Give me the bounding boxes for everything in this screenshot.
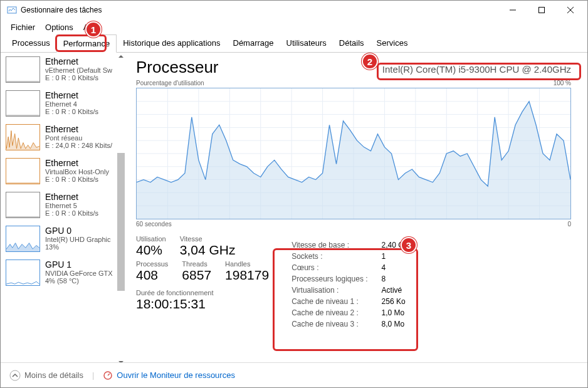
sidebar-item-sub1: NVIDIA GeForce GTX — [45, 270, 113, 277]
sidebar-item-name: GPU 1 — [45, 260, 113, 270]
close-button[interactable] — [556, 1, 585, 19]
cpu-name: Intel(R) Core(TM) i5-9300H CPU @ 2.40GHz — [382, 64, 571, 75]
thumbnail-chart — [6, 260, 40, 286]
thumbnail-chart — [6, 90, 40, 117]
stat-threads-label: Threads — [182, 260, 211, 268]
tab-bar: Processus Performance Historique des app… — [1, 34, 587, 53]
separator: | — [92, 370, 94, 380]
detail-virt-label: Virtualisation : — [291, 285, 380, 295]
detail-virt-value: Activé — [382, 285, 414, 295]
stat-speed-label: Vitesse — [180, 235, 236, 243]
tab-users[interactable]: Utilisateurs — [280, 34, 333, 52]
sidebar-item[interactable]: EthernetVirtualBox Host-OnlyE : 0 R : 0 … — [2, 154, 126, 188]
stat-uptime-value: 18:00:15:31 — [136, 296, 269, 312]
sidebar-item-sub2: 4% (58 °C) — [45, 277, 113, 285]
menu-file[interactable]: Fichier — [7, 21, 39, 33]
sidebar-item-sub2: E : 0 R : 0 Kbits/s — [45, 74, 112, 81]
minimize-button[interactable] — [498, 1, 527, 19]
sidebar-item[interactable]: EthernetPont réseauE : 24,0 R : 248 Kbit… — [2, 120, 126, 154]
sidebar-item-name: Ethernet — [45, 56, 112, 66]
sidebar-item-name: Ethernet — [45, 192, 98, 202]
sidebar-item-sub1: Ethernet 5 — [45, 202, 98, 209]
fewer-details-label: Moins de détails — [24, 370, 83, 380]
stat-handles-label: Handles — [225, 260, 269, 268]
chart-label-bl: 60 secondes — [136, 221, 172, 228]
tab-services[interactable]: Services — [370, 34, 414, 52]
tab-details[interactable]: Détails — [333, 34, 370, 52]
sidebar-item-sub1: Intel(R) UHD Graphic — [45, 236, 111, 243]
sidebar-item-sub1: vEthernet (Default Sw — [45, 66, 112, 74]
sidebar-item[interactable]: EthernetvEthernet (Default SwE : 0 R : 0… — [2, 53, 126, 87]
sidebar-item[interactable]: EthernetEthernet 5E : 0 R : 0 Kbits/s — [2, 188, 126, 222]
window-title: Gestionnaire des tâches — [21, 6, 498, 14]
stat-util-label: Utilisation — [136, 235, 166, 243]
app-icon — [7, 5, 17, 15]
stat-proc-label: Processus — [136, 260, 168, 268]
tab-processes[interactable]: Processus — [6, 34, 56, 52]
sidebar-item-sub1: Pont réseau — [45, 134, 112, 142]
sidebar-item-sub2: E : 0 R : 0 Kbits/s — [45, 108, 98, 115]
stat-proc-value: 408 — [136, 268, 168, 283]
tab-app-history[interactable]: Historique des applications — [117, 34, 226, 52]
annotation-1: 1 — [85, 21, 102, 38]
stat-speed-value: 3,04 GHz — [180, 243, 236, 258]
detail-l3-label: Cache de niveau 3 : — [291, 319, 380, 329]
sidebar-item-sub1: Ethernet 4 — [45, 100, 98, 108]
chart-label-br: 0 — [567, 221, 571, 228]
sidebar-item-sub2: 13% — [45, 243, 111, 251]
sidebar-item-name: Ethernet — [45, 124, 112, 134]
page-title: Processeur — [136, 58, 219, 77]
detail-l1-label: Cache de niveau 1 : — [291, 296, 380, 307]
thumbnail-chart — [6, 158, 40, 184]
monitor-icon — [103, 370, 113, 380]
detail-l1-value: 256 Ko — [382, 296, 414, 307]
sidebar-item-name: Ethernet — [45, 90, 98, 100]
svg-rect-7 — [6, 91, 39, 116]
chart-label-tr: 100 % — [554, 80, 571, 87]
scrollbar[interactable] — [116, 53, 126, 366]
open-resource-monitor-label: Ouvrir le Moniteur de ressources — [117, 370, 235, 380]
sidebar-item-sub2: E : 0 R : 0 Kbits/s — [45, 176, 109, 183]
maximize-button[interactable] — [527, 1, 556, 19]
sidebar-item[interactable]: GPU 0Intel(R) UHD Graphic13% — [2, 222, 126, 256]
annotation-3: 3 — [401, 237, 417, 253]
detail-logical-value: 8 — [382, 274, 414, 284]
svg-line-40 — [108, 374, 110, 375]
svg-rect-15 — [6, 260, 39, 285]
thumbnail-chart — [6, 192, 40, 218]
sidebar[interactable]: EthernetvEthernet (Default SwE : 0 R : 0… — [1, 53, 126, 366]
titlebar: Gestionnaire des tâches — [1, 1, 587, 19]
scrollbar-thumb[interactable] — [117, 153, 125, 291]
open-resource-monitor-link[interactable]: Ouvrir le Moniteur de ressources — [103, 370, 235, 380]
stat-uptime-label: Durée de fonctionnement — [136, 289, 269, 296]
detail-base-speed-label: Vitesse de base : — [291, 240, 380, 250]
main-panel: Processeur Intel(R) Core(TM) i5-9300H CP… — [126, 53, 587, 366]
svg-rect-2 — [539, 8, 545, 13]
detail-l2-value: 1,0 Mo — [382, 308, 414, 318]
stat-util-value: 40% — [136, 243, 166, 258]
cpu-usage-chart — [136, 88, 571, 219]
stat-threads-value: 6857 — [182, 268, 211, 283]
annotation-2: 2 — [362, 53, 378, 70]
chart-label-tl: Pourcentage d'utilisation — [136, 80, 204, 87]
svg-rect-5 — [6, 57, 39, 82]
sidebar-item-sub2: E : 24,0 R : 248 Kbits/ — [45, 142, 112, 149]
detail-l3-value: 8,0 Mo — [382, 319, 414, 329]
detail-sockets-label: Sockets : — [291, 251, 380, 261]
tab-startup[interactable]: Démarrage — [227, 34, 280, 52]
thumbnail-chart — [6, 56, 40, 83]
thumbnail-chart — [6, 124, 40, 150]
thumbnail-chart — [6, 226, 40, 252]
svg-rect-12 — [6, 192, 39, 218]
sidebar-item[interactable]: GPU 1NVIDIA GeForce GTX4% (58 °C) — [2, 256, 126, 290]
sidebar-item-name: Ethernet — [45, 158, 109, 168]
menu-options[interactable]: Options — [41, 21, 77, 33]
footer: Moins de détails | Ouvrir le Moniteur de… — [1, 362, 587, 387]
detail-logical-label: Processeurs logiques : — [291, 274, 380, 284]
stat-handles-value: 198179 — [225, 268, 269, 283]
detail-cores-value: 4 — [382, 263, 414, 273]
sidebar-item[interactable]: EthernetEthernet 4E : 0 R : 0 Kbits/s — [2, 87, 126, 120]
detail-cores-label: Cœurs : — [291, 263, 380, 273]
fewer-details-button[interactable]: Moins de détails — [9, 370, 83, 381]
tab-performance[interactable]: Performance — [56, 34, 117, 53]
